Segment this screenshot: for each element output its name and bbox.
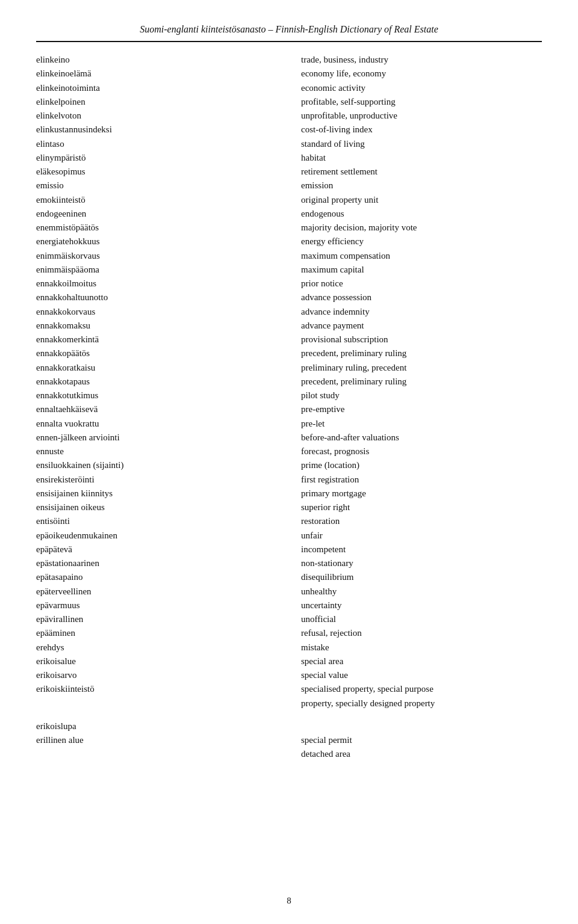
list-item: enimmäiskorvaus: [36, 249, 277, 263]
list-item: special value: [301, 668, 542, 682]
list-item: precedent, preliminary ruling: [301, 375, 542, 389]
list-item: epävarmuus: [36, 599, 277, 612]
list-item: ennakkopäätös: [36, 346, 277, 360]
list-item: elinkustannusindeksi: [36, 123, 277, 137]
list-item: ennakkomerkintä: [36, 333, 277, 346]
list-item: epäterveellinen: [36, 585, 277, 599]
list-item: erillinen alue: [36, 733, 277, 747]
list-item: emissio: [36, 179, 277, 192]
list-item: unhealthy: [301, 585, 542, 599]
list-item: erikoisarvo: [36, 668, 277, 682]
list-item: advance possession: [301, 291, 542, 304]
list-item: trade, business, industry: [301, 53, 542, 67]
list-item: elintaso: [36, 137, 277, 151]
list-item: retirement settlement: [301, 165, 542, 179]
list-item: endogenous: [301, 207, 542, 221]
list-item: erikoisalue: [36, 654, 277, 668]
list-item: original property unit: [301, 193, 542, 207]
list-item: ennaltaehkäisevä: [36, 402, 277, 416]
list-item: habitat: [301, 151, 542, 165]
list-item: ensisijainen kiinnitys: [36, 487, 277, 500]
list-item: detached area: [301, 747, 542, 761]
list-item: refusal, rejection: [301, 626, 542, 640]
list-item: prior notice: [301, 277, 542, 291]
list-item: elinkeino: [36, 53, 277, 67]
list-item: cost-of-living index: [301, 123, 542, 137]
list-item: ennakkohaltuunotto: [36, 291, 277, 304]
list-item: ennakkotutkimus: [36, 389, 277, 402]
list-item: mistake: [301, 641, 542, 654]
list-item: pre-emptive: [301, 402, 542, 416]
left-column: elinkeinoelinkeinoelämäelinkeinotoiminta…: [36, 53, 289, 762]
list-item: unofficial: [301, 612, 542, 626]
list-item: elinkelvoton: [36, 109, 277, 123]
list-item: advance indemnity: [301, 305, 542, 319]
list-item: elinkelpoinen: [36, 95, 277, 109]
list-item: epätasapaino: [36, 570, 277, 584]
list-item: entisöinti: [36, 514, 277, 528]
list-item: elinympäristö: [36, 151, 277, 165]
list-item: eläkesopimus: [36, 165, 277, 179]
list-item: erehdys: [36, 641, 277, 654]
list-item: disequilibrium: [301, 570, 542, 584]
list-item: epäpätevä: [36, 543, 277, 556]
list-item: ennakkomaksu: [36, 319, 277, 333]
list-item: ensiluokkainen (sijainti): [36, 458, 277, 472]
list-item: enemmistöpäätös: [36, 221, 277, 235]
list-item: special permit: [301, 733, 542, 747]
list-item: epääminen: [36, 626, 277, 640]
list-item: epävirallinen: [36, 612, 277, 626]
list-item: unfair: [301, 529, 542, 543]
list-item: uncertainty: [301, 599, 542, 612]
content: elinkeinoelinkeinoelämäelinkeinotoiminta…: [36, 53, 542, 762]
list-item: maximum compensation: [301, 249, 542, 263]
list-item: erikoislupa: [36, 719, 277, 733]
list-item: preliminary ruling, precedent: [301, 361, 542, 375]
list-item: [36, 706, 277, 719]
list-item: [301, 719, 542, 733]
list-item: ennalta vuokrattu: [36, 417, 277, 431]
list-item: ennakkoilmoitus: [36, 277, 277, 291]
list-item: energy efficiency: [301, 235, 542, 248]
list-item: emission: [301, 179, 542, 192]
list-item: advance payment: [301, 319, 542, 333]
list-item: non-stationary: [301, 556, 542, 570]
list-item: endogeeninen: [36, 207, 277, 221]
list-item: pilot study: [301, 389, 542, 402]
list-item: ennakkokorvaus: [36, 305, 277, 319]
list-item: economic activity: [301, 81, 542, 95]
list-item: pre-let: [301, 417, 542, 431]
list-item: maximum capital: [301, 263, 542, 277]
page-number: 8: [0, 896, 578, 906]
list-item: ensirekisteröinti: [36, 473, 277, 487]
list-item: enimmäispääoma: [36, 263, 277, 277]
list-item: primary mortgage: [301, 487, 542, 500]
list-item: emokiinteistö: [36, 193, 277, 207]
list-item: epäoikeudenmukainen: [36, 529, 277, 543]
list-item: superior right: [301, 500, 542, 514]
list-item: standard of living: [301, 137, 542, 151]
list-item: ennuste: [36, 445, 277, 458]
list-item: elinkeinoelämä: [36, 67, 277, 81]
list-item: ensisijainen oikeus: [36, 500, 277, 514]
page: Suomi-englanti kiinteistösanasto – Finni…: [0, 0, 578, 924]
right-column: trade, business, industryeconomy life, e…: [289, 53, 542, 762]
list-item: profitable, self-supporting: [301, 95, 542, 109]
list-item: energiatehokkuus: [36, 235, 277, 248]
list-item: precedent, preliminary ruling: [301, 346, 542, 360]
header-title: Suomi-englanti kiinteistösanasto – Finni…: [140, 24, 438, 34]
list-item: ennen-jälkeen arviointi: [36, 431, 277, 445]
list-item: ennakkotapaus: [36, 375, 277, 389]
list-item: majority decision, majority vote: [301, 221, 542, 235]
list-item: incompetent: [301, 543, 542, 556]
list-item: erikoiskiinteistö: [36, 682, 277, 696]
list-item: restoration: [301, 514, 542, 528]
list-item: provisional subscription: [301, 333, 542, 346]
list-item: specialised property, special purpose pr…: [301, 682, 542, 710]
list-item: epästationaarinen: [36, 556, 277, 570]
list-item: ennakkoratkaisu: [36, 361, 277, 375]
list-item: forecast, prognosis: [301, 445, 542, 458]
list-item: special area: [301, 654, 542, 668]
list-item: prime (location): [301, 458, 542, 472]
list-item: unprofitable, unproductive: [301, 109, 542, 123]
